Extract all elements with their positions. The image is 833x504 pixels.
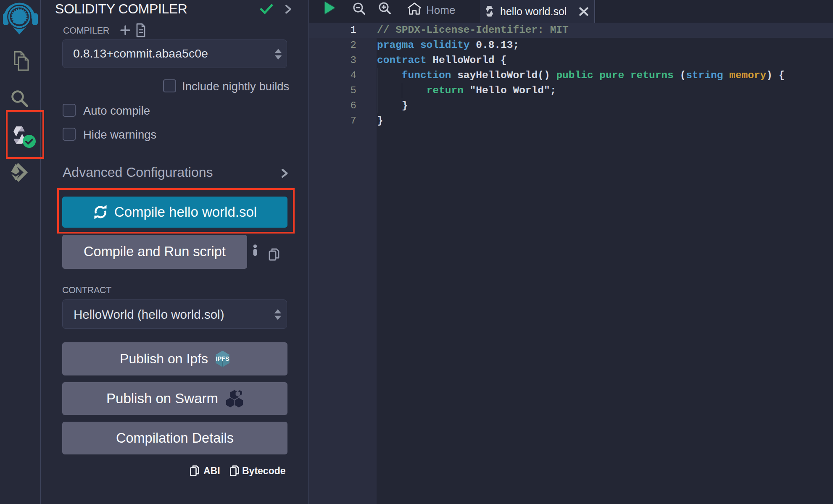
svg-text:IPFS: IPFS: [216, 355, 229, 362]
